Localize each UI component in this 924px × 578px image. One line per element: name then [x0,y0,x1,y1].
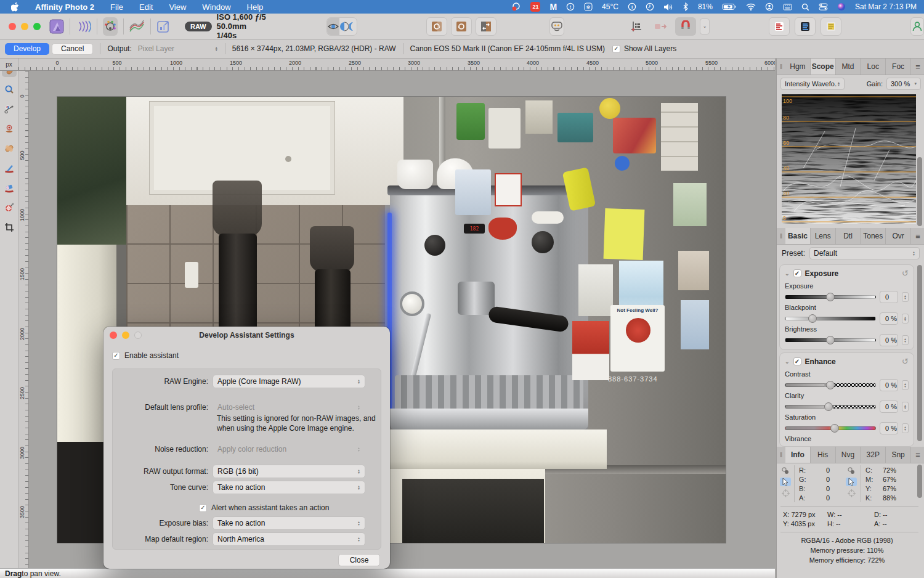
tab-lens[interactable]: Lens [811,228,836,244]
stack-blue-button[interactable] [795,17,816,36]
enhance-enable-checkbox[interactable]: ✓ [793,357,801,365]
erase-tool[interactable] [2,181,17,195]
rotate-ccw-button[interactable] [426,17,447,36]
panel-menu-icon[interactable]: ≡ [911,59,924,75]
cursor-position-icon[interactable] [780,478,791,486]
stack-yellow-button[interactable] [821,17,841,36]
gmail-icon[interactable]: M [549,2,557,12]
value-stepper[interactable]: ▲▼ [902,314,909,324]
output-select[interactable]: Pixel Layer▲▼ [138,44,218,53]
window-controls[interactable] [0,23,49,30]
clarity-slider[interactable] [785,405,876,409]
resize-document-button[interactable] [156,17,171,36]
slider-value[interactable]: 0 % [880,379,898,391]
menu-edit[interactable]: Edit [139,2,153,12]
tab-nvg[interactable]: Nvg [836,447,861,463]
value-stepper[interactable]: ▲▼ [902,380,909,390]
volume-icon[interactable] [663,2,673,12]
tab-basic[interactable]: Basic [785,228,811,244]
tab-32p[interactable]: 32P [861,447,886,463]
slider-thumb[interactable] [826,293,835,301]
slider-thumb[interactable] [808,314,817,323]
battery-icon[interactable] [722,2,737,12]
panel-grip[interactable]: ‖ [777,59,785,75]
snapping-magnet-button[interactable] [675,17,696,36]
screen-record-icon[interactable] [511,2,521,12]
curves-button[interactable] [129,17,145,36]
zoom-tool[interactable] [2,82,17,97]
color-sampler-icon[interactable] [780,466,791,475]
close-window-button[interactable] [9,23,16,30]
show-all-layers-checkbox[interactable]: ✓ [612,45,620,53]
slider-thumb[interactable] [826,336,835,344]
brightness-slider[interactable] [785,338,876,342]
spotlight-search-icon[interactable] [801,2,809,12]
scope-source-select[interactable]: Intensity Wavefo...▲▼ [780,78,845,90]
tab-dtl[interactable]: Dtl [836,228,861,244]
siri-icon[interactable] [837,2,846,12]
slider-thumb[interactable] [830,424,839,433]
account-button[interactable] [910,17,924,36]
apple-menu-icon[interactable] [11,2,19,12]
user-status-icon[interactable] [765,2,774,12]
saturation-slider[interactable] [785,426,876,430]
assistant-settings-button[interactable] [103,17,118,36]
cursor-position-icon[interactable] [846,478,857,486]
contrast-slider[interactable] [785,383,876,387]
map-region-select[interactable]: North America▲▼ [213,532,365,546]
slider-value[interactable]: 0 % [880,422,898,434]
tab-loc[interactable]: Loc [861,59,886,75]
exposure-enable-checkbox[interactable]: ✓ [793,269,801,277]
menu-clock[interactable]: Sat Mar 2 7:13 PM [855,2,917,11]
panel-grip[interactable]: ‖ [777,228,785,244]
value-stepper[interactable]: ▲▼ [902,402,909,412]
raw-engine-select[interactable]: Apple (Core Image RAW)▲▼ [213,375,365,388]
panel-menu-icon[interactable]: ≡ [911,447,924,463]
preset-select[interactable]: Default▲▼ [809,247,920,259]
tab-tones[interactable]: Tones [861,228,886,244]
develop-scrollbar-thumb[interactable] [917,265,922,441]
tab-ovr[interactable]: Ovr [886,228,911,244]
single-view-button[interactable] [327,18,339,35]
mirror-view-button[interactable] [349,18,357,35]
bluetooth-icon[interactable] [683,2,689,12]
enable-assistant-checkbox[interactable]: ✓ [112,352,120,360]
white-balance-tool[interactable] [2,102,17,116]
reset-icon[interactable]: ↺ [902,357,909,366]
value-stepper[interactable]: ▲▼ [902,292,909,302]
info-icon[interactable]: ! [566,2,575,12]
menu-help[interactable]: Help [247,2,264,12]
slider-value[interactable]: 0 % [880,334,898,346]
crop-tool[interactable] [2,220,17,235]
stack-red-button[interactable] [769,17,790,36]
menu-file[interactable]: File [110,2,123,12]
collapse-chevron-icon[interactable]: ⌄ [785,271,790,277]
alert-action-checkbox[interactable]: ✓ [199,504,207,512]
tab-scope[interactable]: Scope [811,59,836,75]
tab-snp[interactable]: Snp [886,447,911,463]
slider-thumb[interactable] [824,402,833,411]
keyboard-icon[interactable] [783,2,792,12]
tab-info[interactable]: Info [785,447,811,463]
menu-view[interactable]: View [169,2,186,12]
panel-menu-icon[interactable]: ≡ [911,228,924,244]
guides-button[interactable] [626,17,647,36]
info-scrollbar-thumb[interactable] [917,465,922,498]
collapse-chevron-icon[interactable]: ⌄ [785,359,790,365]
minimize-window-button[interactable] [21,23,28,30]
reset-icon[interactable]: ↺ [902,269,909,278]
value-stepper[interactable]: ▲▼ [902,423,909,433]
develop-button[interactable]: Develop [5,43,49,55]
weather-snowflake-icon[interactable]: ❄ [584,2,593,12]
color-sampler-icon[interactable] [846,466,857,475]
exposure-bias-select[interactable]: Take no action▲▼ [213,516,365,530]
tab-mtd[interactable]: Mtd [836,59,861,75]
slider-thumb[interactable] [826,381,835,389]
slider-value[interactable]: 0 % [880,312,898,325]
exposure-slider[interactable] [785,295,876,299]
clock-icon[interactable] [646,2,654,12]
target-icon[interactable] [846,489,857,497]
rotate-cw-button[interactable] [451,17,472,36]
battery-percent[interactable]: 81% [698,2,713,11]
magnet-dropdown-chevron[interactable]: ⌄ [700,18,710,35]
